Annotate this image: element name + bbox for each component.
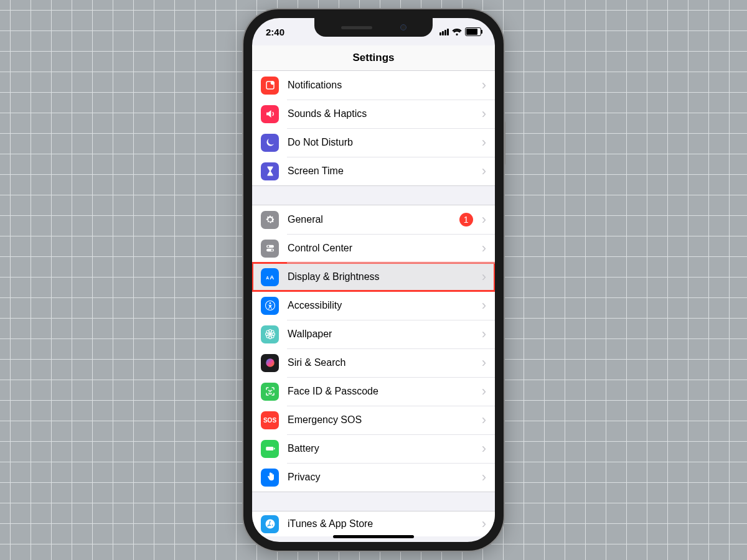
svg-point-4: [267, 246, 269, 248]
status-time: 2:40: [266, 27, 284, 37]
svg-point-10: [268, 333, 271, 336]
row-label: Notifications: [288, 80, 473, 91]
row-label: Display & Brightness: [288, 271, 473, 282]
hourglass-icon: [261, 162, 279, 180]
accessibility-icon: [261, 297, 279, 315]
notification-badge: 1: [459, 213, 473, 226]
home-indicator[interactable]: [333, 535, 414, 538]
settings-row-notifications[interactable]: Notifications›: [252, 71, 495, 100]
siri-icon: [261, 354, 279, 372]
row-label: Wallpaper: [288, 329, 473, 340]
settings-row-control-center[interactable]: Control Center›: [252, 234, 495, 263]
chevron-right-icon: ›: [482, 356, 486, 370]
settings-group-1: Notifications›Sounds & Haptics›Do Not Di…: [252, 71, 495, 185]
notifications-icon: [261, 77, 279, 95]
chevron-right-icon: ›: [482, 442, 486, 455]
settings-group-3: iTunes & App Store›: [252, 511, 495, 536]
row-label: General: [288, 214, 451, 225]
row-label: Siri & Search: [288, 357, 473, 368]
settings-row-emergency-sos[interactable]: SOSEmergency SOS›: [252, 406, 495, 434]
settings-row-display-brightness[interactable]: AADisplay & Brightness›: [252, 263, 495, 291]
switches-icon: [261, 240, 279, 258]
settings-group-2: General1›Control Center›AADisplay & Brig…: [252, 205, 495, 492]
settings-row-battery[interactable]: Battery›: [252, 434, 495, 463]
svg-text:A: A: [266, 276, 269, 280]
nav-header: Settings: [252, 45, 495, 71]
row-label: Privacy: [288, 472, 473, 483]
settings-row-siri-search[interactable]: Siri & Search›: [252, 348, 495, 377]
settings-row-itunes-app-store[interactable]: iTunes & App Store›: [252, 511, 495, 536]
settings-row-accessibility[interactable]: Accessibility›: [252, 291, 495, 320]
front-camera: [400, 24, 406, 30]
svg-point-1: [270, 81, 274, 85]
row-label: Sounds & Haptics: [288, 108, 473, 119]
sounds-icon: [261, 105, 279, 123]
battery-icon: [465, 27, 481, 36]
svg-text:A: A: [270, 274, 274, 281]
svg-point-21: [271, 390, 271, 391]
chevron-right-icon: ›: [482, 213, 486, 226]
group-separator: [252, 492, 495, 511]
page-title: Settings: [352, 52, 394, 64]
group-separator: [252, 185, 495, 205]
settings-row-wallpaper[interactable]: Wallpaper›: [252, 320, 495, 348]
faceid-icon: [261, 383, 279, 401]
speaker-grille: [341, 26, 372, 29]
chevron-right-icon: ›: [482, 164, 486, 178]
settings-row-do-not-disturb[interactable]: Do Not Disturb›: [252, 128, 495, 157]
chevron-right-icon: ›: [482, 470, 486, 484]
cellular-icon: [439, 29, 449, 35]
row-label: Screen Time: [288, 166, 473, 177]
chevron-right-icon: ›: [482, 270, 486, 284]
row-label: Control Center: [288, 243, 473, 254]
sos-icon: SOS: [261, 411, 279, 429]
svg-point-9: [269, 302, 271, 304]
battery-icon: [261, 440, 279, 458]
row-label: Do Not Disturb: [288, 137, 473, 148]
svg-point-20: [268, 390, 269, 391]
chevron-right-icon: ›: [482, 327, 486, 341]
text-size-icon: AA: [261, 268, 279, 286]
page-background: 2:40 Settings Notifications›Sounds & Hap…: [0, 0, 747, 560]
chevron-right-icon: ›: [482, 241, 486, 255]
phone-frame: 2:40 Settings Notifications›Sounds & Hap…: [243, 9, 504, 551]
notch: [314, 18, 433, 37]
settings-row-privacy[interactable]: Privacy›: [252, 463, 495, 492]
moon-icon: [261, 134, 279, 152]
svg-rect-23: [274, 448, 275, 450]
status-right: [439, 27, 481, 37]
flower-icon: [261, 325, 279, 343]
row-label: Battery: [288, 443, 473, 454]
row-label: Emergency SOS: [288, 414, 473, 426]
svg-rect-22: [266, 447, 273, 450]
chevron-right-icon: ›: [482, 107, 486, 121]
chevron-right-icon: ›: [482, 136, 486, 149]
row-label: iTunes & App Store: [288, 518, 473, 530]
settings-row-general[interactable]: General1›: [252, 205, 495, 234]
svg-point-19: [266, 358, 275, 367]
wifi-icon: [452, 27, 462, 37]
hand-icon: [261, 469, 279, 487]
row-label: Accessibility: [288, 300, 473, 311]
phone-screen: 2:40 Settings Notifications›Sounds & Hap…: [252, 18, 495, 542]
chevron-right-icon: ›: [482, 78, 486, 92]
settings-row-sounds-haptics[interactable]: Sounds & Haptics›: [252, 100, 495, 128]
svg-point-5: [271, 250, 273, 251]
chevron-right-icon: ›: [482, 413, 486, 427]
appstore-icon: [261, 515, 279, 533]
chevron-right-icon: ›: [482, 299, 486, 312]
gear-icon: [261, 211, 279, 229]
settings-row-screen-time[interactable]: Screen Time›: [252, 157, 495, 185]
settings-row-face-id-passcode[interactable]: Face ID & Passcode›: [252, 377, 495, 406]
chevron-right-icon: ›: [482, 517, 486, 531]
row-label: Face ID & Passcode: [288, 386, 473, 397]
chevron-right-icon: ›: [482, 385, 486, 398]
